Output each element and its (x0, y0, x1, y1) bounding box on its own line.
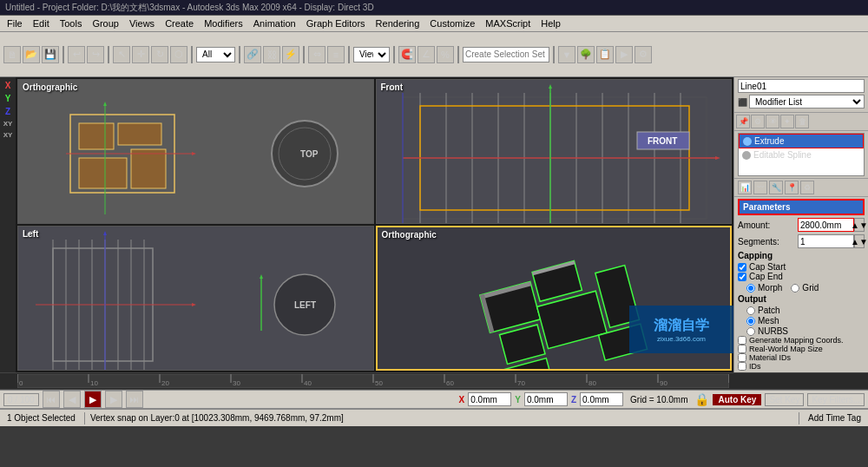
segments-input[interactable] (798, 234, 854, 248)
mirror-button[interactable]: ⇔ (308, 46, 326, 63)
mesh-radio[interactable] (746, 317, 755, 326)
modifier-bulb-spline (742, 151, 751, 160)
viewport-top[interactable]: Orthographic TOP (17, 79, 374, 224)
new-button[interactable]: 🗎 (3, 46, 21, 63)
menu-tools[interactable]: Tools (55, 17, 88, 30)
view-dropdown[interactable]: View (353, 47, 390, 62)
stack-icon-5[interactable]: ♻ (800, 181, 814, 194)
menu-file[interactable]: File (2, 17, 28, 30)
x-coord-input[interactable] (468, 392, 511, 406)
set-key-button[interactable]: Set Key (765, 393, 804, 406)
selection-filter-dropdown[interactable]: All (196, 47, 235, 62)
z-coord-input[interactable] (580, 392, 623, 406)
auto-key-button[interactable]: Auto Key (713, 394, 761, 405)
show-all-button[interactable]: 👁 (766, 115, 779, 128)
redo-button[interactable]: ↪ (87, 46, 104, 63)
go-start-button[interactable]: ⏮ (43, 391, 60, 408)
toolbar-sep-4 (239, 46, 240, 63)
svg-marker-29 (715, 156, 720, 160)
nurbs-radio[interactable] (746, 327, 755, 336)
stack-icon-3[interactable]: 🔧 (769, 181, 783, 194)
remove-modifier-button[interactable]: 🗑 (795, 115, 809, 128)
go-end-button[interactable]: ⏭ (126, 391, 143, 408)
svg-rect-3 (79, 158, 127, 188)
key-filters-button[interactable]: Key Filters... (807, 393, 865, 406)
bind-button[interactable]: ⚡ (282, 46, 299, 63)
menu-customize[interactable]: Customize (424, 17, 480, 30)
material-ids-checkbox[interactable] (738, 353, 746, 362)
cap-start-label: Cap Start (749, 262, 786, 272)
menu-graph-editors[interactable]: Graph Editors (301, 17, 371, 30)
menu-rendering[interactable]: Rendering (371, 17, 425, 30)
generate-mapping-label: Generate Mapping Coords. (749, 336, 844, 345)
stack-icon-2[interactable]: 〰 (753, 181, 767, 194)
open-button[interactable]: 📂 (23, 46, 40, 63)
menu-animation[interactable]: Animation (248, 17, 301, 30)
amount-spinner[interactable]: ▲▼ (854, 218, 865, 232)
play-button[interactable]: ▶ (84, 391, 102, 408)
modifier-list-dropdown[interactable]: Modifier List (749, 95, 865, 109)
select-button[interactable]: ↖ (113, 46, 130, 63)
config-button[interactable]: ⚙ (751, 115, 765, 128)
real-world-checkbox[interactable] (738, 345, 746, 353)
menu-create[interactable]: Create (160, 17, 199, 30)
grid-radio[interactable] (791, 284, 799, 293)
snap-toggle[interactable]: 🧲 (398, 46, 416, 63)
cap-end-row: Cap End (738, 272, 865, 281)
material-ids-row: Material IDs (738, 353, 865, 362)
link-button[interactable]: 🔗 (244, 46, 261, 63)
render-setup[interactable]: ⚙ (635, 46, 652, 63)
modifier-stack-icons: 📌 ⚙ 👁 ✦ 🗑 (734, 113, 868, 131)
pin-stack-button[interactable]: 📌 (736, 115, 750, 128)
save-button[interactable]: 💾 (42, 46, 59, 63)
svg-marker-8 (103, 102, 107, 106)
object-name-input[interactable] (738, 79, 865, 93)
menu-group[interactable]: Group (87, 17, 124, 30)
morph-radio[interactable] (746, 284, 755, 293)
menu-maxscript[interactable]: MAXScript (480, 17, 536, 30)
svg-text:80: 80 (589, 379, 596, 387)
make-unique-button[interactable]: ✦ (780, 115, 794, 128)
scale-button[interactable]: ⬡ (170, 46, 187, 63)
generate-mapping-checkbox[interactable] (738, 336, 746, 345)
prev-frame-button[interactable]: ◀ (63, 391, 81, 408)
patch-radio[interactable] (746, 306, 755, 315)
segments-spinner[interactable]: ▲▼ (854, 234, 865, 248)
viewport-left[interactable]: Left Left LEFT (17, 226, 374, 371)
stack-icon-1[interactable]: 📊 (738, 181, 752, 194)
frame-counter[interactable]: 0 / 100 (3, 393, 39, 406)
unlink-button[interactable]: ⛓ (263, 46, 280, 63)
angle-snap[interactable]: ∠ (418, 46, 435, 63)
amount-input[interactable] (798, 218, 854, 232)
menu-help[interactable]: Help (536, 17, 566, 30)
svg-rect-54 (499, 325, 545, 364)
menu-modifiers[interactable]: Modifiers (199, 17, 248, 30)
color-swatch-label: ⬛ (738, 98, 747, 107)
viewport-perspective-label: Orthographic (382, 230, 437, 240)
layer-manager[interactable]: 📋 (596, 46, 614, 63)
menu-edit[interactable]: Edit (28, 17, 55, 30)
align-button[interactable]: ≡ (327, 46, 345, 63)
rotate-button[interactable]: ↻ (151, 46, 168, 63)
undo-button[interactable]: ↩ (68, 46, 85, 63)
time-tag-button[interactable]: Add Time Tag (805, 413, 865, 423)
y-coord-input[interactable] (524, 392, 568, 406)
percent-snap[interactable]: % (437, 46, 454, 63)
move-button[interactable]: ✛ (132, 46, 149, 63)
selection-set-input[interactable] (463, 47, 549, 62)
named-sel-button[interactable]: ▼ (558, 46, 575, 63)
modifier-editable-spline[interactable]: Editable Spline (739, 148, 864, 161)
viewport-front[interactable]: Front Front FRO (376, 79, 733, 224)
scene-explorer[interactable]: 🌳 (577, 46, 595, 63)
next-frame-button[interactable]: ▶ (105, 391, 122, 408)
cap-end-label: Cap End (749, 272, 783, 281)
modifier-extrude[interactable]: Extrude (739, 134, 864, 148)
cap-start-checkbox[interactable] (738, 263, 746, 272)
svg-marker-46 (103, 231, 107, 235)
morph-grid-row: Morph Grid (746, 283, 865, 293)
menu-views[interactable]: Views (124, 17, 160, 30)
cap-end-checkbox[interactable] (738, 273, 746, 281)
render-button[interactable]: ▶ (615, 46, 633, 63)
stack-icon-4[interactable]: 📍 (785, 181, 799, 194)
smooth-ids-checkbox[interactable] (738, 362, 746, 371)
